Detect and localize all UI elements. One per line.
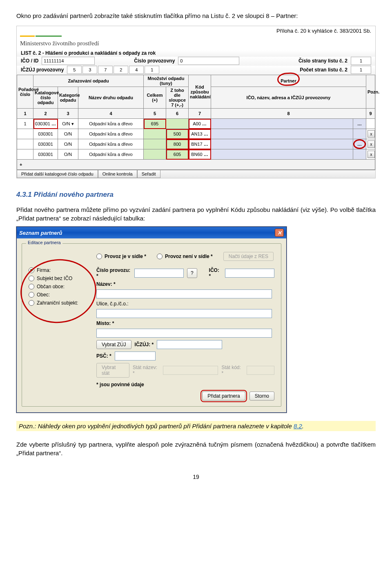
close-icon[interactable]: ✕ [275,229,284,237]
section-heading: 4.3.1 Přidání nového partnera [16,191,376,199]
label-cislo-provozu: Číslo provozu: * [96,267,131,279]
cell-partner[interactable] [211,139,353,149]
cell-kat[interactable]: 030301 [33,129,58,139]
col-celkem: Celkem (+) [144,87,166,109]
page-number: 19 [16,474,376,480]
iczuj-cell[interactable]: 1 [145,66,159,74]
paragraph-after: Zde vyberte příslušný typ partnera, vypl… [16,440,376,457]
cell-ztoho[interactable] [166,119,189,129]
radio-firma[interactable]: Firma: [29,267,90,273]
btn-sort[interactable]: Seřadit [137,170,160,178]
paragraph-intro: Okno pro zadávání partnerů zobrazíte tak… [16,11,376,20]
input-ico[interactable] [225,269,274,278]
ministry-label: Ministerstvo životního prostředí [17,40,375,47]
input-ulice[interactable] [96,309,272,318]
cell-kod[interactable]: BN17 … [189,139,211,149]
pocet-stran-value[interactable]: 1 [351,66,371,74]
pocet-stran-label: Počet stran listu č. 2 [300,67,347,73]
cell-nazev: Odpadní kůra a dřevo [78,139,144,149]
cell-ztoho[interactable]: 605 [166,149,189,160]
iczuj-cells[interactable]: 5 3 7 2 4 1 [67,66,159,74]
cell-ztoho[interactable]: 500 [166,129,189,139]
radio-subjekt-bez-ico[interactable]: Subjekt bez IČO [29,276,90,281]
iczuj-cell[interactable]: 3 [82,66,97,74]
ico-value[interactable]: 11111114 [42,57,95,65]
btn-pridat-partnera[interactable]: Přidat partnera [202,392,245,401]
radio-icon[interactable] [29,292,34,298]
cell-kod[interactable]: AN13 … [189,129,211,139]
col-pozn: Pozn. [366,75,375,109]
ico-label: IČO / ID [21,58,38,64]
radio-zahranicni[interactable]: Zahraniční subjekt: [29,300,90,306]
input-nazev[interactable] [96,289,272,298]
add-row[interactable]: + [17,160,375,170]
cislo-provozovny-label: Číslo provozovny [134,58,175,64]
cell-celkem[interactable]: 695 [144,119,166,129]
btn-storno[interactable]: Storno [249,392,274,401]
cell-on[interactable]: O/N [58,129,78,139]
radio-obec[interactable]: Obec: [29,292,90,298]
cell-del[interactable]: x [366,149,375,160]
radio-icon[interactable] [157,254,163,259]
iczuj-cell[interactable]: 5 [67,66,82,74]
cislo-provozovny-value[interactable]: 0 [178,57,239,65]
cell-kat[interactable]: 030301 [33,149,58,160]
iczuj-cell[interactable]: 2 [114,66,128,74]
btn-add-catalog[interactable]: Přidat další katalogové číslo odpadu [17,170,98,178]
screenshot-list2: Příloha č. 20 k vyhlášce č. 383/2001 Sb.… [16,26,376,178]
iczuj-cell[interactable]: 4 [129,66,144,74]
cell-partner-btn[interactable] [353,149,366,160]
cell-kod[interactable]: A00 … [189,119,211,129]
mandatory-note: * jsou povinné údaje [96,382,274,387]
label-psc: PSČ: * [96,353,111,359]
btn-vybrat-zuj[interactable]: Vybrat ZÚJ [96,340,131,349]
radio-obcan-obce[interactable]: Občan obce: [29,284,90,289]
col-num: 6 [166,109,189,119]
cell-partner[interactable] [211,119,353,129]
chapter-link[interactable]: 8.2 [294,423,302,429]
input-misto[interactable] [96,329,272,338]
col-num: 5 [144,109,166,119]
cell-ztoho[interactable]: 800 [166,139,189,149]
col-num: 2 [33,109,58,119]
cell-del[interactable]: x [366,129,375,139]
cell-partner[interactable] [211,149,353,160]
cell-partner[interactable] [211,129,353,139]
label-ico: IČO: * [209,267,222,279]
cell-n: 1 [17,119,33,129]
radio-icon[interactable] [96,254,102,259]
cell-on[interactable]: O/N [58,139,78,149]
cell-celkem[interactable] [144,139,166,149]
radio-icon[interactable] [29,284,34,289]
help-button[interactable]: ? [187,268,197,278]
cell-del [366,119,375,129]
input-psc[interactable] [115,352,156,360]
cell-celkem[interactable] [144,129,166,139]
cell-partner-btn[interactable]: … [353,139,366,149]
cell-on[interactable]: O/N [58,149,78,160]
cell-del[interactable]: x [366,139,375,149]
btn-online-check[interactable]: Online kontrola [98,170,137,178]
radio-icon[interactable] [29,276,34,281]
radio-icon[interactable] [29,300,34,306]
radio-icon[interactable] [29,267,34,273]
cell-partner-btn[interactable]: … [353,119,366,129]
annotation-ellipse [17,256,99,327]
cell-kat[interactable]: 030301 [33,139,58,149]
label-misto: Místo: * [96,320,114,326]
cell-kod[interactable]: BN60 … [189,149,211,160]
input-cislo-provozu[interactable] [134,269,184,278]
cell-on[interactable]: O/N ▾ [58,119,78,129]
cell-partner-btn[interactable] [353,129,366,139]
cell-kat[interactable]: 030301 … [33,119,58,129]
fieldset-legend: Editace partnera [26,240,62,245]
radio-provoz-v-sidle[interactable]: Provoz je v sídle * [96,254,146,259]
iczuj-cell[interactable]: 7 [98,66,113,74]
cell-celkem[interactable] [144,149,166,160]
paragraph-body: Přidat nového partnera můžete přímo po v… [16,205,376,223]
input-iczuj[interactable] [157,340,222,349]
col-num: 3 [58,109,78,119]
col-num: 9 [366,109,375,119]
radio-provoz-neni-v-sidle[interactable]: Provoz není v sídle * [157,254,213,259]
cislo-strany-value[interactable]: 1 [351,57,371,65]
